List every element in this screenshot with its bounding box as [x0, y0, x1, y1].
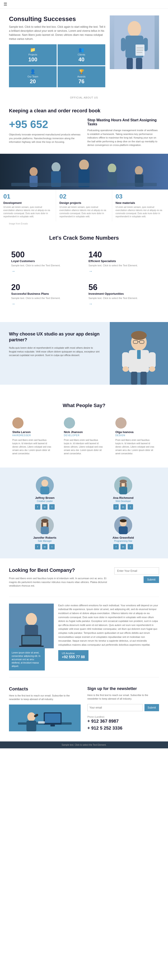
contacts-grid: Contacts Here is the first text to reach… [9, 686, 159, 732]
number-business-plans: 20 Successful Business Plans Sample text… [9, 280, 82, 309]
step-3-text: Ut enim ad minim veniam, quis nostrud ex… [115, 206, 165, 218]
member-3-social: f in t [9, 544, 81, 549]
efficient-specialists-desc: Sample text. Click to select the Text El… [88, 264, 157, 267]
testimonial-2: Nick Jhanson DEVELOPER Proin sed libero … [61, 414, 107, 458]
looking-text-area: Looking for Best Company? Proin sed libe… [9, 567, 107, 588]
looking-for-section: Looking for Best Company? Proin sed libe… [0, 558, 168, 597]
member-2-illustration [114, 476, 132, 494]
newsletter-submit-button[interactable]: Submit [144, 704, 159, 711]
number-efficient-specialists: 140 Efficient Specialists Sample text. C… [86, 248, 159, 276]
testimonial-1-name: Stella Larson [12, 430, 53, 434]
instagram-icon-3[interactable]: in [42, 544, 48, 549]
facebook-icon[interactable]: f [35, 504, 40, 509]
clean-record-right: Stop Wasting Hours And Start Assigning T… [87, 118, 159, 147]
efficient-specialists-label: Efficient Specialists [88, 259, 157, 263]
menu-icon[interactable]: ☰ [3, 2, 7, 6]
ux-studio-section: Why choose UX studio as your app design … [0, 322, 168, 385]
svg-point-19 [108, 164, 116, 173]
newsletter-form: Submit [87, 704, 159, 711]
facebook-icon-2[interactable]: f [114, 504, 119, 509]
twitter-icon-2[interactable]: t [128, 504, 133, 509]
svg-point-39 [42, 480, 48, 487]
member-1-role: Creative Leader [9, 500, 81, 503]
investment-desc: Sample text. Click to select the Text El… [88, 296, 157, 300]
business-plans-arrow[interactable]: → [11, 302, 15, 306]
awards-icon: 🏆 [60, 69, 102, 74]
svg-rect-49 [41, 527, 49, 534]
clients-icon: 👥 [60, 47, 102, 52]
svg-rect-6 [136, 58, 142, 69]
testimonial-2-text: Proin sed libero enim sed faucibus turpi… [64, 438, 104, 455]
loyal-customers-arrow[interactable]: → [11, 269, 15, 274]
business-plans-label: Successful Business Plans [11, 292, 80, 296]
member-1-photo [36, 476, 54, 494]
team-meeting-illustration [0, 154, 168, 189]
svg-rect-5 [126, 58, 133, 69]
hero-image-placeholder [110, 16, 159, 69]
testimonial-3-text: Proin sed libero enim sed faucibus turpi… [115, 438, 156, 455]
facebook-icon-3[interactable]: f [35, 544, 40, 549]
looking-title: Looking for Best Company? [9, 567, 107, 573]
svg-rect-66 [26, 721, 36, 731]
blue-overlay: Lorem ipsum dolor sit amet, consectetur … [9, 648, 45, 670]
svg-rect-32 [122, 352, 129, 368]
svg-point-65 [27, 712, 35, 721]
svg-rect-55 [119, 527, 128, 534]
clean-record-section: Keeping a clean and order record book +9… [0, 101, 168, 154]
clean-record-title: Keeping a clean and order record book [9, 108, 159, 114]
testimonial-1-role: HAIRDRESSER [12, 434, 53, 437]
crack-numbers-section: Let's Crack Some Numbers 500 Loyal Custo… [0, 226, 168, 318]
number-20: 20 [11, 283, 80, 292]
stat-awards-label: Awards [60, 75, 102, 78]
hero-section: Consulting Successes Sample text. Click … [0, 9, 168, 94]
svg-rect-36 [131, 372, 137, 385]
loyal-customers-label: Loyal Customers [11, 259, 80, 263]
svg-rect-46 [125, 483, 126, 487]
stat-clients-label: Clients [60, 53, 102, 56]
number-56: 56 [88, 283, 157, 292]
clean-record-content: +95 652 Objectively innovate empowered m… [9, 118, 159, 147]
stat-awards-number: 76 [60, 78, 102, 84]
looking-text: Proin sed libero enim sed faucibus turpi… [9, 576, 107, 588]
instagram-icon-4[interactable]: in [120, 544, 126, 549]
clean-record-left: +95 652 Objectively innovate empowered m… [9, 118, 81, 147]
svg-rect-70 [50, 725, 55, 726]
ux-studio-content: Why choose UX studio as your app design … [0, 322, 110, 385]
looking-email-input[interactable] [114, 567, 159, 574]
twitter-icon[interactable]: t [49, 504, 54, 509]
big-number: +95 652 [9, 118, 81, 130]
step-1-text: Ut enim ad minim veniam, quis nostrud ex… [3, 206, 53, 218]
contacts-person-illustration [9, 705, 81, 731]
contacts-text: Here is the first text to reach our emai… [9, 694, 81, 701]
ux-studio-title: Why choose UX studio as your app design … [9, 331, 101, 343]
member-3-role: Sale Manager [9, 540, 81, 542]
member-1-social: f in t [9, 504, 81, 509]
member-3-name: Jannifer Roberts [9, 536, 81, 539]
twitter-icon-4[interactable]: t [128, 544, 133, 549]
hero-person-illustration [114, 16, 155, 69]
instagram-icon[interactable]: in [42, 504, 48, 509]
number-140: 140 [88, 250, 157, 259]
ux-studio-image [110, 322, 168, 385]
navigation: ☰ [0, 0, 168, 9]
twitter-icon-3[interactable]: t [49, 544, 54, 549]
official-label: Official About Us [0, 94, 168, 101]
member-2-role: Web Developer [87, 500, 159, 503]
instagram-icon-2[interactable]: in [120, 504, 126, 509]
stat-team-number: 20 [12, 78, 54, 84]
facebook-icon-4[interactable]: f [114, 544, 119, 549]
member-4-role: Programming Star [87, 540, 159, 542]
people-say-title: What People Say? [9, 402, 159, 409]
newsletter-email-input[interactable] [87, 704, 143, 711]
contacts-illustration [9, 705, 81, 731]
team-member-2: Ana Richmond Web Developer f in t [87, 476, 159, 509]
team-steps-section: 01 Development Ut enim ad minim veniam, … [0, 154, 168, 226]
team-member-4: Alex Greenfield Programming Star f in t [87, 516, 159, 549]
looking-submit-button[interactable]: Submit [144, 576, 159, 583]
spacer [0, 389, 168, 394]
efficient-specialists-arrow[interactable]: → [88, 269, 93, 274]
investment-arrow[interactable]: → [88, 302, 93, 306]
testimonial-2-role: DEVELOPER [64, 434, 104, 437]
svg-rect-37 [141, 372, 147, 385]
testimonial-3-name: Olga Ivanova [115, 430, 156, 434]
